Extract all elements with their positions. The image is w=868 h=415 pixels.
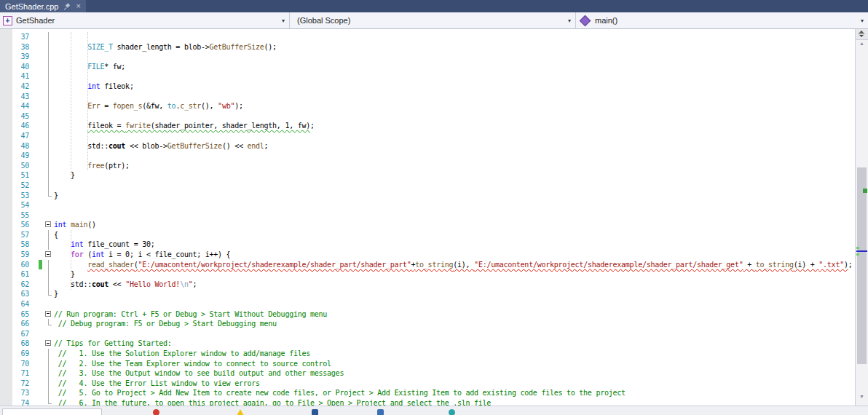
code-line[interactable]: 54 [12, 200, 855, 210]
line-number[interactable]: 54 [12, 200, 36, 210]
line-number[interactable]: 71 [12, 368, 36, 379]
code-line[interactable]: 50 free(ptr); [12, 161, 855, 171]
line-number[interactable]: 67 [12, 329, 36, 339]
code-line[interactable]: 43 [12, 92, 855, 102]
fold-toggle-icon[interactable] [44, 220, 54, 230]
error-icon[interactable] [153, 409, 159, 415]
line-number[interactable]: 42 [12, 82, 36, 92]
line-number[interactable]: 56 [12, 220, 36, 230]
message-icon[interactable] [312, 409, 318, 415]
code-line[interactable]: 72 // 4. Use the Error List window to vi… [12, 379, 855, 389]
code-line[interactable]: 49 [12, 151, 855, 161]
code-line[interactable]: 69 // 1. Use the Solution Explorer windo… [12, 349, 855, 359]
refresh-icon[interactable] [449, 409, 455, 415]
code-line[interactable]: 70 // 2. Use the Team Explorer window to… [12, 359, 855, 369]
chevron-down-icon[interactable]: ▾ [861, 17, 865, 24]
code-line[interactable]: 46 fileok = fwrite(shader_pointer, shade… [12, 121, 855, 131]
code-line[interactable]: 61 } [12, 269, 855, 280]
code-line[interactable]: 60 read_shader("E:/umacontent/workprojec… [12, 260, 855, 270]
line-number[interactable]: 74 [12, 398, 36, 406]
code-line[interactable]: 42 int fileok; [12, 82, 855, 92]
code-line[interactable]: 47 [12, 131, 855, 141]
line-number[interactable]: 50 [12, 161, 36, 171]
line-number[interactable]: 47 [12, 131, 36, 141]
code-line[interactable]: 66 // Debug program: F5 or Debug > Start… [12, 319, 855, 329]
code-editor[interactable]: 3738 SIZE_T shader_length = blob->GetBuf… [0, 29, 868, 406]
code-line[interactable]: 59 for (int i = 0; i < file_count; i++) … [12, 250, 855, 260]
line-number[interactable]: 61 [12, 269, 36, 280]
code-line[interactable]: 38 SIZE_T shader_length = blob->GetBuffe… [12, 42, 855, 52]
line-number[interactable]: 39 [12, 52, 36, 62]
code-line[interactable]: 51 } [12, 170, 855, 181]
line-number[interactable]: 43 [12, 92, 36, 102]
line-number[interactable]: 38 [12, 42, 36, 52]
fold-toggle-icon[interactable] [44, 339, 54, 349]
errorlist-filter-box[interactable] [2, 408, 102, 415]
code-line[interactable]: 55 [12, 210, 855, 221]
scroll-down-icon[interactable]: ▼ [856, 394, 868, 399]
line-number[interactable]: 59 [12, 250, 36, 260]
line-number[interactable]: 48 [12, 141, 36, 151]
line-number[interactable]: 51 [12, 170, 36, 181]
line-number[interactable]: 45 [12, 111, 36, 122]
code-line[interactable]: 56int main() [12, 220, 855, 230]
message-icon[interactable] [377, 409, 384, 415]
fold-toggle-icon[interactable] [44, 250, 54, 260]
scope-dropdown[interactable]: (Global Scope) ▾ [290, 12, 576, 28]
code-line[interactable]: 71 // 3. Use the Output window to see bu… [12, 368, 855, 379]
line-number[interactable]: 64 [12, 299, 36, 309]
code-line[interactable]: 58 int file_count = 30; [12, 240, 855, 250]
code-line[interactable]: 65// Run program: Ctrl + F5 or Debug > S… [12, 309, 855, 320]
code-line[interactable]: 52 [12, 181, 855, 191]
code-line[interactable]: 73 // 5. Go to Project > Add New Item to… [12, 388, 855, 398]
close-icon[interactable]: × [76, 2, 80, 10]
line-number[interactable]: 57 [12, 230, 36, 240]
pin-icon[interactable] [63, 3, 71, 10]
scroll-up-icon[interactable]: ▲ [856, 41, 868, 46]
code-line[interactable]: 74 // 6. In the future, to open this pro… [12, 398, 855, 406]
line-number[interactable]: 40 [12, 62, 36, 72]
line-number[interactable]: 53 [12, 191, 36, 201]
line-number[interactable]: 68 [12, 339, 36, 349]
split-window-button[interactable] [856, 29, 868, 40]
line-number[interactable]: 60 [12, 260, 36, 270]
code-line[interactable]: 62 std::cout << "Hello World!\n"; [12, 280, 855, 290]
line-number[interactable]: 58 [12, 240, 36, 250]
code-line[interactable]: 64 [12, 299, 855, 309]
line-number[interactable]: 37 [12, 32, 36, 42]
line-number[interactable]: 69 [12, 349, 36, 359]
code-line[interactable]: 68// Tips for Getting Started: [12, 339, 855, 349]
line-number[interactable]: 55 [12, 210, 36, 221]
chevron-down-icon[interactable]: ▾ [282, 17, 286, 24]
chevron-down-icon[interactable]: ▾ [568, 17, 572, 24]
line-number[interactable]: 49 [12, 151, 36, 161]
tab-getshader-cpp[interactable]: GetShader.cpp × [0, 0, 86, 12]
project-dropdown[interactable]: + GetShader ▾ [0, 12, 290, 28]
breakpoint-margin[interactable] [0, 29, 12, 406]
line-number[interactable]: 44 [12, 101, 36, 111]
vertical-scrollbar[interactable]: ▲ ▼ [855, 29, 868, 406]
code-line[interactable]: 57{ [12, 230, 855, 240]
line-number[interactable]: 41 [12, 71, 36, 82]
warning-icon[interactable] [237, 409, 244, 415]
line-number[interactable]: 72 [12, 379, 36, 389]
line-number[interactable]: 73 [12, 388, 36, 398]
code-line[interactable]: 37 [12, 32, 855, 42]
code-line[interactable]: 40 FILE* fw; [12, 62, 855, 72]
fold-toggle-icon[interactable] [44, 309, 54, 320]
code-line[interactable]: 48 std::cout << blob->GetBufferSize() <<… [12, 141, 855, 151]
line-number[interactable]: 46 [12, 121, 36, 131]
line-number[interactable]: 62 [12, 280, 36, 290]
code-line[interactable]: 63} [12, 289, 855, 299]
code-line[interactable]: 41 [12, 71, 855, 82]
code-line[interactable]: 39 [12, 52, 855, 62]
line-number[interactable]: 70 [12, 359, 36, 369]
code-line[interactable]: 67 [12, 329, 855, 339]
member-dropdown[interactable]: main() ▾ [576, 12, 868, 28]
scrollbar-thumb[interactable] [857, 167, 867, 364]
code-line[interactable]: 44 Err = fopen_s(&fw, to.c_str(), "wb"); [12, 101, 855, 111]
line-number[interactable]: 65 [12, 309, 36, 320]
line-number[interactable]: 66 [12, 319, 36, 329]
line-number[interactable]: 63 [12, 289, 36, 299]
line-number[interactable]: 52 [12, 181, 36, 191]
